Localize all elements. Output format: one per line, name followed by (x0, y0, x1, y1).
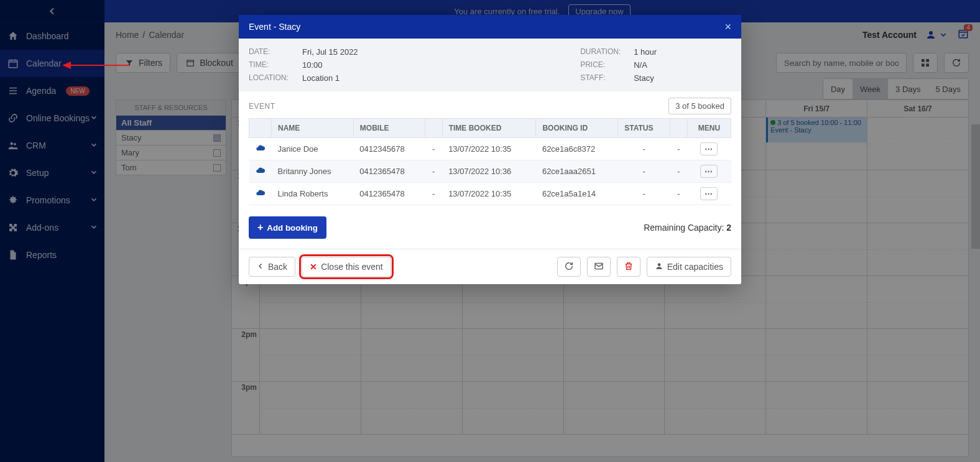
value-duration: 1 hour (634, 47, 657, 57)
svg-point-13 (657, 263, 660, 266)
envelope-icon (594, 261, 604, 273)
modal-title: Event - Stacy (249, 22, 300, 32)
table-row: Linda Roberts 0412365478 - 13/07/2022 10… (249, 183, 731, 205)
row-menu-button[interactable]: ⋯ (700, 142, 718, 155)
label-location: LOCATION: (249, 73, 297, 83)
chevron-left-icon (257, 262, 264, 272)
booked-pill: 3 of 5 booked (668, 98, 731, 114)
cloud-icon (256, 168, 266, 177)
refresh-icon (564, 261, 574, 273)
delete-button[interactable] (617, 257, 640, 277)
value-date: Fri, Jul 15 2022 (302, 47, 358, 57)
plus-icon: + (257, 222, 263, 233)
edit-capacities-button[interactable]: Edit capacities (647, 257, 731, 277)
col-status: STATUS (618, 119, 670, 138)
label-price: PRICE: (580, 60, 629, 70)
col-time: TIME BOOKED (442, 119, 536, 138)
table-row: Janice Doe 0412345678 - 13/07/2022 10:35… (249, 138, 731, 160)
value-staff: Stacy (634, 73, 657, 83)
modal-header: Event - Stacy × (239, 15, 741, 39)
person-icon (655, 262, 663, 272)
value-time: 10:00 (302, 60, 358, 70)
modal-info: DATE:Fri, Jul 15 2022 TIME:10:00 LOCATIO… (239, 39, 741, 91)
section-label: EVENT (249, 102, 275, 111)
label-time: TIME: (249, 60, 297, 70)
label-staff: STAFF: (580, 73, 629, 83)
table-row: Britanny Jones 0412365478 - 13/07/2022 1… (249, 160, 731, 183)
modal-footer: Back ✕ Close this event Edit capacities (239, 249, 741, 284)
col-name: NAME (272, 119, 354, 138)
cloud-icon (256, 146, 266, 155)
col-bid: BOOKING ID (536, 119, 618, 138)
remaining-capacity-text: Remaining Capacity: 2 (644, 223, 731, 233)
close-icon: × (724, 21, 731, 33)
close-x-icon: ✕ (310, 262, 317, 272)
bookings-table: NAME MOBILE TIME BOOKED BOOKING ID STATU… (249, 118, 731, 205)
modal-close-button[interactable]: × (724, 21, 731, 34)
col-menu: MENU (687, 119, 731, 138)
close-event-button[interactable]: ✕ Close this event (302, 257, 391, 277)
event-modal: Event - Stacy × DATE:Fri, Jul 15 2022 TI… (239, 15, 741, 284)
col-mobile: MOBILE (353, 119, 425, 138)
row-menu-button[interactable]: ⋯ (700, 165, 718, 178)
email-button[interactable] (587, 257, 611, 277)
modal-actions: + Add booking Remaining Capacity: 2 (239, 214, 741, 249)
value-price: N/A (634, 60, 657, 70)
add-booking-button[interactable]: + Add booking (249, 216, 326, 239)
cloud-icon (256, 190, 266, 200)
row-menu-button[interactable]: ⋯ (700, 187, 718, 200)
refresh-button[interactable] (557, 257, 581, 277)
trash-icon (624, 261, 634, 273)
label-duration: DURATION: (580, 47, 629, 57)
label-date: DATE: (249, 47, 297, 57)
back-button[interactable]: Back (249, 257, 295, 277)
value-location: Location 1 (302, 73, 358, 83)
event-section: EVENT 3 of 5 booked NAME MOBILE TIME BOO… (239, 91, 741, 214)
